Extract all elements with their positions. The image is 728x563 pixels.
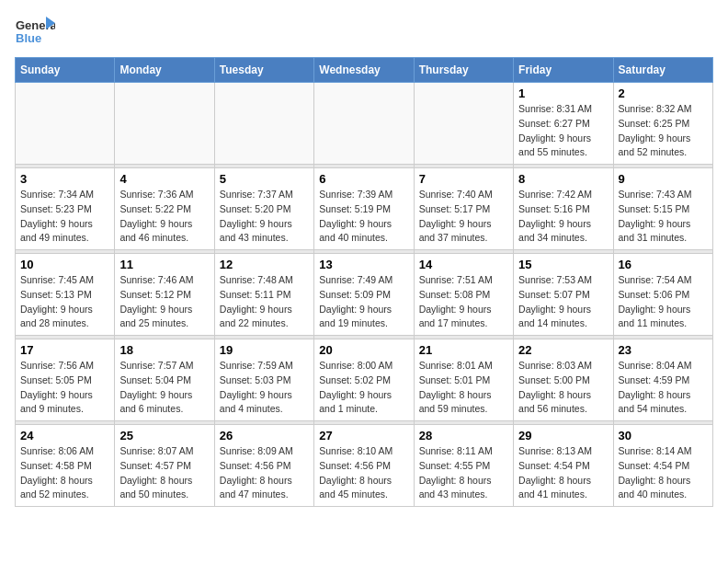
calendar-cell: 13Sunrise: 7:49 AM Sunset: 5:09 PM Dayli…	[314, 254, 414, 336]
calendar-cell	[16, 83, 115, 165]
calendar-cell: 4Sunrise: 7:36 AM Sunset: 5:22 PM Daylig…	[115, 168, 214, 250]
day-number: 5	[220, 172, 309, 186]
day-info: Sunrise: 7:39 AM Sunset: 5:19 PM Dayligh…	[319, 188, 408, 246]
day-info: Sunrise: 7:42 AM Sunset: 5:16 PM Dayligh…	[518, 188, 608, 246]
col-header-wednesday: Wednesday	[314, 58, 414, 83]
col-header-friday: Friday	[514, 58, 613, 83]
calendar-cell	[214, 83, 313, 165]
day-number: 18	[119, 343, 209, 357]
day-number: 9	[619, 172, 708, 186]
calendar-week-row: 1Sunrise: 8:31 AM Sunset: 6:27 PM Daylig…	[16, 83, 713, 165]
calendar-table: SundayMondayTuesdayWednesdayThursdayFrid…	[15, 57, 713, 507]
col-header-sunday: Sunday	[16, 58, 115, 83]
day-info: Sunrise: 8:01 AM Sunset: 5:01 PM Dayligh…	[419, 359, 508, 417]
calendar-cell: 16Sunrise: 7:54 AM Sunset: 5:06 PM Dayli…	[613, 254, 712, 336]
day-number: 14	[419, 258, 508, 271]
day-number: 2	[619, 86, 708, 100]
calendar-cell: 21Sunrise: 8:01 AM Sunset: 5:01 PM Dayli…	[414, 339, 513, 421]
calendar-cell	[115, 83, 214, 165]
day-number: 1	[518, 86, 608, 100]
calendar-cell: 14Sunrise: 7:51 AM Sunset: 5:08 PM Dayli…	[414, 254, 513, 336]
page-header: General Blue	[15, 15, 713, 50]
day-info: Sunrise: 7:40 AM Sunset: 5:17 PM Dayligh…	[419, 188, 508, 246]
day-info: Sunrise: 7:37 AM Sunset: 5:20 PM Dayligh…	[220, 188, 309, 246]
calendar-cell: 23Sunrise: 8:04 AM Sunset: 4:59 PM Dayli…	[613, 339, 712, 421]
calendar-cell: 27Sunrise: 8:10 AM Sunset: 4:56 PM Dayli…	[314, 425, 414, 507]
day-number: 11	[119, 258, 209, 271]
calendar-cell: 1Sunrise: 8:31 AM Sunset: 6:27 PM Daylig…	[514, 83, 613, 165]
day-number: 12	[220, 258, 309, 271]
day-info: Sunrise: 8:00 AM Sunset: 5:02 PM Dayligh…	[319, 359, 408, 417]
calendar-cell: 5Sunrise: 7:37 AM Sunset: 5:20 PM Daylig…	[214, 168, 313, 250]
day-number: 3	[20, 172, 109, 186]
day-info: Sunrise: 8:03 AM Sunset: 5:00 PM Dayligh…	[518, 359, 608, 417]
day-number: 26	[220, 429, 309, 442]
day-info: Sunrise: 8:10 AM Sunset: 4:56 PM Dayligh…	[319, 444, 408, 502]
calendar-week-row: 10Sunrise: 7:45 AM Sunset: 5:13 PM Dayli…	[16, 254, 713, 336]
calendar-cell: 10Sunrise: 7:45 AM Sunset: 5:13 PM Dayli…	[16, 254, 115, 336]
calendar-cell: 25Sunrise: 8:07 AM Sunset: 4:57 PM Dayli…	[115, 425, 214, 507]
day-number: 24	[20, 429, 109, 442]
calendar-cell: 9Sunrise: 7:43 AM Sunset: 5:15 PM Daylig…	[613, 168, 712, 250]
logo-container: General Blue	[15, 15, 55, 50]
logo-svg: General Blue	[15, 15, 55, 50]
day-info: Sunrise: 8:04 AM Sunset: 4:59 PM Dayligh…	[619, 359, 708, 417]
day-number: 29	[518, 429, 608, 442]
day-info: Sunrise: 7:36 AM Sunset: 5:22 PM Dayligh…	[119, 188, 209, 246]
calendar-cell: 18Sunrise: 7:57 AM Sunset: 5:04 PM Dayli…	[115, 339, 214, 421]
day-info: Sunrise: 7:54 AM Sunset: 5:06 PM Dayligh…	[619, 273, 708, 331]
day-info: Sunrise: 8:13 AM Sunset: 4:54 PM Dayligh…	[518, 444, 608, 502]
day-number: 7	[419, 172, 508, 186]
calendar-week-row: 17Sunrise: 7:56 AM Sunset: 5:05 PM Dayli…	[16, 339, 713, 421]
day-info: Sunrise: 7:48 AM Sunset: 5:11 PM Dayligh…	[220, 273, 309, 331]
col-header-monday: Monday	[115, 58, 214, 83]
day-info: Sunrise: 8:07 AM Sunset: 4:57 PM Dayligh…	[119, 444, 209, 502]
col-header-saturday: Saturday	[613, 58, 712, 83]
day-info: Sunrise: 7:49 AM Sunset: 5:09 PM Dayligh…	[319, 273, 408, 331]
calendar-cell: 12Sunrise: 7:48 AM Sunset: 5:11 PM Dayli…	[214, 254, 313, 336]
svg-text:Blue: Blue	[16, 31, 41, 45]
day-info: Sunrise: 7:45 AM Sunset: 5:13 PM Dayligh…	[20, 273, 109, 331]
calendar-cell: 15Sunrise: 7:53 AM Sunset: 5:07 PM Dayli…	[514, 254, 613, 336]
col-header-tuesday: Tuesday	[214, 58, 313, 83]
day-number: 20	[319, 343, 408, 357]
day-number: 15	[518, 258, 608, 271]
day-number: 22	[518, 343, 608, 357]
day-info: Sunrise: 8:32 AM Sunset: 6:25 PM Dayligh…	[619, 102, 708, 160]
calendar-cell: 20Sunrise: 8:00 AM Sunset: 5:02 PM Dayli…	[314, 339, 414, 421]
calendar-cell	[314, 83, 414, 165]
calendar-cell: 6Sunrise: 7:39 AM Sunset: 5:19 PM Daylig…	[314, 168, 414, 250]
calendar-cell: 19Sunrise: 7:59 AM Sunset: 5:03 PM Dayli…	[214, 339, 313, 421]
day-number: 19	[220, 343, 309, 357]
day-info: Sunrise: 8:09 AM Sunset: 4:56 PM Dayligh…	[220, 444, 309, 502]
day-number: 10	[20, 258, 109, 271]
day-number: 4	[119, 172, 209, 186]
calendar-cell: 29Sunrise: 8:13 AM Sunset: 4:54 PM Dayli…	[514, 425, 613, 507]
day-info: Sunrise: 7:51 AM Sunset: 5:08 PM Dayligh…	[419, 273, 508, 331]
day-info: Sunrise: 7:46 AM Sunset: 5:12 PM Dayligh…	[119, 273, 209, 331]
day-number: 13	[319, 258, 408, 271]
calendar-cell: 26Sunrise: 8:09 AM Sunset: 4:56 PM Dayli…	[214, 425, 313, 507]
calendar-cell: 22Sunrise: 8:03 AM Sunset: 5:00 PM Dayli…	[514, 339, 613, 421]
day-info: Sunrise: 8:31 AM Sunset: 6:27 PM Dayligh…	[518, 102, 608, 160]
calendar-cell: 17Sunrise: 7:56 AM Sunset: 5:05 PM Dayli…	[16, 339, 115, 421]
calendar-cell: 8Sunrise: 7:42 AM Sunset: 5:16 PM Daylig…	[514, 168, 613, 250]
day-number: 28	[419, 429, 508, 442]
day-info: Sunrise: 7:53 AM Sunset: 5:07 PM Dayligh…	[518, 273, 608, 331]
calendar-header-row: SundayMondayTuesdayWednesdayThursdayFrid…	[16, 58, 713, 83]
day-number: 27	[319, 429, 408, 442]
day-number: 25	[119, 429, 209, 442]
calendar-cell: 2Sunrise: 8:32 AM Sunset: 6:25 PM Daylig…	[613, 83, 712, 165]
calendar-week-row: 24Sunrise: 8:06 AM Sunset: 4:58 PM Dayli…	[16, 425, 713, 507]
day-number: 21	[419, 343, 508, 357]
day-info: Sunrise: 7:34 AM Sunset: 5:23 PM Dayligh…	[20, 188, 109, 246]
day-number: 16	[619, 258, 708, 271]
calendar-cell: 28Sunrise: 8:11 AM Sunset: 4:55 PM Dayli…	[414, 425, 513, 507]
day-number: 8	[518, 172, 608, 186]
day-info: Sunrise: 7:43 AM Sunset: 5:15 PM Dayligh…	[619, 188, 708, 246]
day-info: Sunrise: 7:57 AM Sunset: 5:04 PM Dayligh…	[119, 359, 209, 417]
logo-icon-container: General Blue	[15, 15, 55, 50]
day-info: Sunrise: 8:11 AM Sunset: 4:55 PM Dayligh…	[419, 444, 508, 502]
calendar-cell: 7Sunrise: 7:40 AM Sunset: 5:17 PM Daylig…	[414, 168, 513, 250]
calendar-cell: 11Sunrise: 7:46 AM Sunset: 5:12 PM Dayli…	[115, 254, 214, 336]
